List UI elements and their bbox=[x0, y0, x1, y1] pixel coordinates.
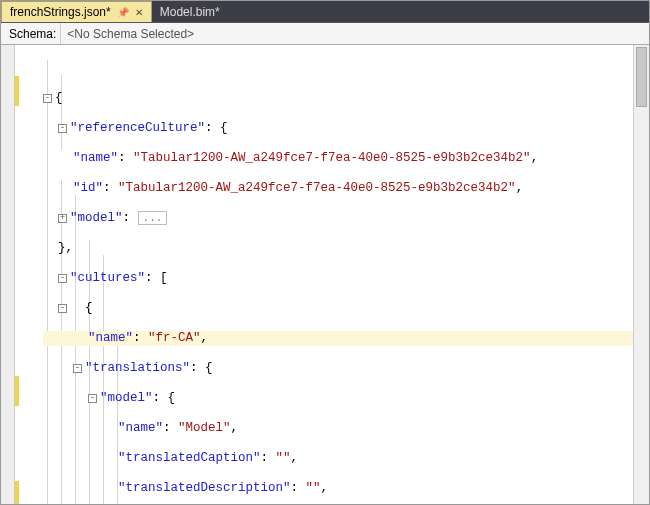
close-icon[interactable]: ✕ bbox=[135, 7, 143, 18]
tab-frenchstrings[interactable]: frenchStrings.json* 📌 ✕ bbox=[1, 1, 152, 22]
gutter bbox=[15, 45, 39, 505]
schema-bar: Schema: <No Schema Selected> bbox=[1, 23, 649, 45]
fold-toggle[interactable]: - bbox=[58, 274, 67, 283]
change-marker bbox=[15, 76, 19, 106]
editor: -{ -"referenceCulture": { "name": "Tabul… bbox=[1, 45, 649, 505]
fold-toggle[interactable]: - bbox=[58, 124, 67, 133]
fold-toggle[interactable]: - bbox=[88, 394, 97, 403]
pin-icon[interactable]: 📌 bbox=[117, 7, 129, 18]
fold-toggle[interactable]: - bbox=[43, 94, 52, 103]
collapsed-region[interactable]: ... bbox=[138, 211, 168, 225]
fold-toggle[interactable]: - bbox=[58, 304, 67, 313]
change-marker bbox=[15, 481, 19, 505]
tab-label: frenchStrings.json* bbox=[10, 5, 111, 19]
schema-label: Schema: bbox=[1, 27, 60, 41]
tab-label: Model.bim* bbox=[160, 5, 220, 19]
fold-toggle[interactable]: - bbox=[73, 364, 82, 373]
breadcrumb-margin bbox=[1, 45, 15, 505]
code-area[interactable]: -{ -"referenceCulture": { "name": "Tabul… bbox=[39, 45, 633, 505]
vertical-scrollbar[interactable] bbox=[633, 45, 649, 505]
scrollbar-thumb[interactable] bbox=[636, 47, 647, 107]
tab-bar: frenchStrings.json* 📌 ✕ Model.bim* bbox=[1, 1, 649, 23]
schema-value[interactable]: <No Schema Selected> bbox=[60, 23, 649, 44]
change-marker bbox=[15, 376, 19, 406]
tab-model-bim[interactable]: Model.bim* bbox=[152, 1, 228, 22]
fold-toggle[interactable]: + bbox=[58, 214, 67, 223]
